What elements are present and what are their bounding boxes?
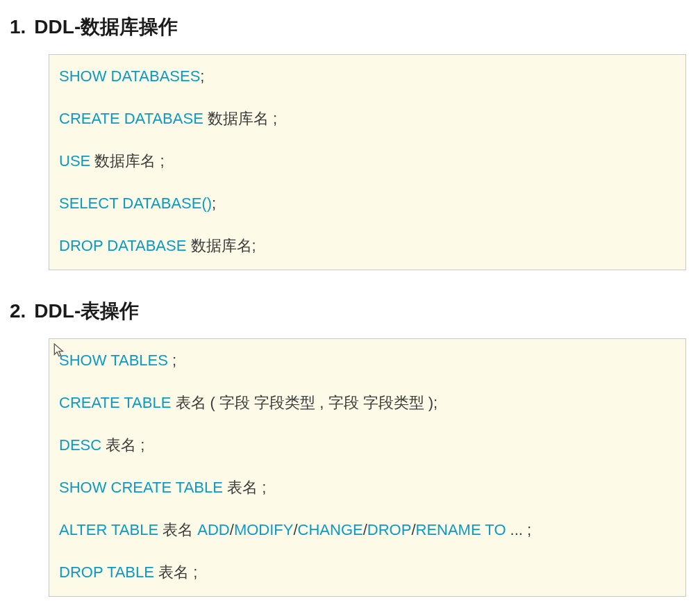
sql-keyword: SELECT DATABASE() [59, 195, 212, 212]
code-line: SHOW CREATE TABLE 表名 ; [59, 476, 676, 499]
code-line: SELECT DATABASE(); [59, 192, 676, 215]
code-line: DESC 表名 ; [59, 433, 676, 456]
sql-text: 表名 [158, 521, 197, 538]
sql-text: 表名 ; [101, 436, 144, 454]
section-2: 2.DDL-表操作SHOW TABLES ;CREATE TABLE 表名 ( … [7, 298, 693, 597]
code-line: ALTER TABLE 表名 ADD/MODIFY/CHANGE/DROP/RE… [59, 518, 676, 541]
sql-text: 数据库名 ; [203, 110, 277, 127]
sql-keyword: ALTER TABLE [59, 521, 158, 538]
section-heading: 2.DDL-表操作 [10, 298, 693, 324]
code-box: SHOW TABLES ;CREATE TABLE 表名 ( 字段 字段类型 ,… [49, 338, 686, 597]
code-line: CREATE TABLE 表名 ( 字段 字段类型 , 字段 字段类型 ); [59, 391, 676, 414]
code-line: SHOW DATABASES; [59, 65, 676, 88]
sql-keyword: CREATE DATABASE [59, 110, 203, 127]
section-title: DDL-表操作 [34, 300, 139, 322]
code-line: DROP DATABASE 数据库名; [59, 234, 676, 257]
sql-keyword: SHOW TABLES [59, 352, 168, 369]
section-number: 2. [10, 300, 26, 322]
sql-keyword: SHOW DATABASES [59, 67, 200, 85]
sql-keyword: RENAME TO [416, 521, 506, 538]
code-line: SHOW TABLES ; [59, 349, 676, 372]
section-heading: 1.DDL-数据库操作 [10, 14, 693, 40]
sql-keyword: DROP DATABASE [59, 237, 186, 254]
sql-keyword: CHANGE [298, 521, 363, 538]
sql-text: 表名 ; [154, 563, 197, 581]
sql-text: 数据库名 ; [90, 152, 164, 170]
code-line: CREATE DATABASE 数据库名 ; [59, 107, 676, 130]
sql-keyword: DROP [367, 521, 412, 538]
sql-text: ; [212, 195, 216, 212]
sql-text: 表名 ; [223, 479, 266, 496]
sql-text: ; [168, 352, 176, 369]
sql-text: ... ; [506, 521, 532, 538]
code-box: SHOW DATABASES;CREATE DATABASE 数据库名 ;USE… [49, 54, 686, 270]
section-number: 1. [10, 16, 26, 38]
code-line: DROP TABLE 表名 ; [59, 561, 676, 584]
section-title: DDL-数据库操作 [34, 16, 178, 38]
sql-keyword: USE [59, 152, 90, 170]
sql-text: 表名 ( 字段 字段类型 , 字段 字段类型 ); [171, 394, 438, 411]
sql-keyword: MODIFY [234, 521, 294, 538]
sql-keyword: CREATE TABLE [59, 394, 171, 411]
sql-keyword: DROP TABLE [59, 563, 154, 581]
code-line: USE 数据库名 ; [59, 149, 676, 172]
sql-text: 数据库名; [186, 237, 256, 254]
section-1: 1.DDL-数据库操作SHOW DATABASES;CREATE DATABAS… [7, 14, 693, 270]
sql-keyword: SHOW CREATE TABLE [59, 479, 223, 496]
sql-keyword: DESC [59, 436, 101, 454]
sql-text: ; [200, 67, 204, 85]
sql-keyword: ADD [197, 521, 229, 538]
